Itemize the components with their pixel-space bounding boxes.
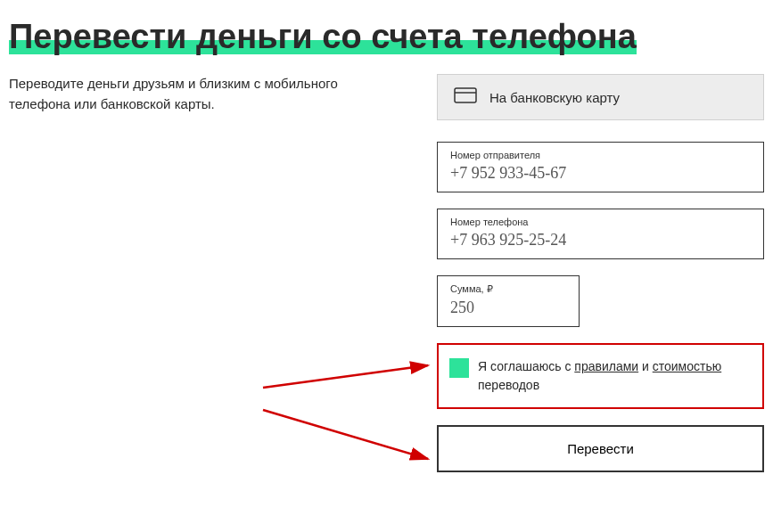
amount-input[interactable] <box>450 299 566 317</box>
agree-checkbox[interactable] <box>449 358 469 378</box>
amount-field-box[interactable]: Сумма, ₽ <box>437 275 580 327</box>
phone-input[interactable] <box>450 231 751 250</box>
description-text: Переводите деньги друзьям и близким с мо… <box>9 74 401 114</box>
page-title: Перевести деньги со счета телефона <box>9 18 637 56</box>
cost-link[interactable]: стоимостью <box>653 359 721 373</box>
card-option-label: На банковскую карту <box>489 90 620 105</box>
sender-field-box[interactable]: Номер отправителя <box>437 142 764 192</box>
amount-label: Сумма, ₽ <box>450 283 566 295</box>
agree-text: Я соглашаюсь с правилами и стоимостью пе… <box>478 357 752 395</box>
rules-link[interactable]: правилами <box>574 359 638 373</box>
card-option-selector[interactable]: На банковскую карту <box>437 74 764 120</box>
phone-label: Номер телефона <box>450 217 751 227</box>
phone-field-box[interactable]: Номер телефона <box>437 209 764 259</box>
submit-button[interactable]: Перевести <box>437 425 764 472</box>
card-icon <box>454 87 477 107</box>
sender-label: Номер отправителя <box>450 150 751 160</box>
agree-highlight-box: Я соглашаюсь с правилами и стоимостью пе… <box>437 343 764 409</box>
svg-rect-0 <box>455 88 476 102</box>
sender-input[interactable] <box>450 164 751 183</box>
